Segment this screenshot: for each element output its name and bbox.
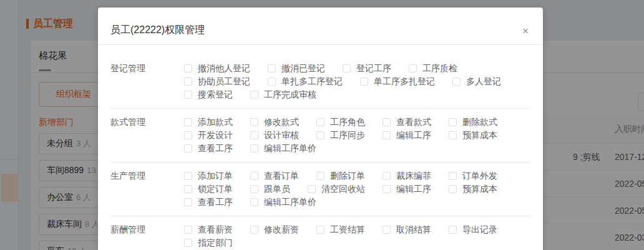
checkbox-icon[interactable] <box>383 185 391 193</box>
permission-checkbox-item[interactable]: 添加订单 <box>184 171 233 182</box>
permission-checkbox-item[interactable]: 查看薪资 <box>184 224 233 236</box>
permission-checkbox-item[interactable]: 单工序多扎登记 <box>360 76 435 88</box>
checkbox-icon[interactable] <box>250 131 258 139</box>
permission-checkbox-item[interactable]: 开发设计 <box>184 130 233 141</box>
permission-checkbox-item[interactable]: 清空回收站 <box>308 184 365 195</box>
permission-checkbox-item[interactable]: 工序同步 <box>316 130 365 141</box>
permission-checkbox-item[interactable]: 锁定订单 <box>184 184 233 195</box>
permission-checkbox-item[interactable]: 撤消已登记 <box>268 63 325 74</box>
permission-label: 跟单员 <box>264 184 290 195</box>
checkbox-icon[interactable] <box>184 144 192 152</box>
permission-label: 搜索登记 <box>198 89 233 101</box>
checkbox-icon[interactable] <box>449 118 457 126</box>
permission-checkbox-item[interactable]: 单扎多工序登记 <box>268 76 343 88</box>
checkbox-icon[interactable] <box>449 172 457 180</box>
checkbox-icon[interactable] <box>250 185 258 193</box>
checkbox-icon[interactable] <box>184 185 192 193</box>
checkbox-icon[interactable] <box>250 198 258 206</box>
checkbox-icon[interactable] <box>383 131 391 139</box>
permission-checkbox-item[interactable]: 协助员工登记 <box>184 76 250 88</box>
permission-label: 清空回收站 <box>321 184 365 195</box>
permission-checkbox-item[interactable]: 编辑工序单价 <box>250 197 316 208</box>
checkbox-icon[interactable] <box>383 118 391 126</box>
permission-checkbox-item[interactable]: 修改款式 <box>250 117 299 128</box>
permission-checkbox-item[interactable]: 撤消他人登记 <box>184 63 250 74</box>
permission-lines: 添加款式修改款式工序角色查看款式删除款式开发设计设计审核工序同步编辑工序预算成本… <box>184 116 530 155</box>
checkbox-icon[interactable] <box>316 226 324 234</box>
permission-checkbox-item[interactable]: 编辑工序 <box>383 184 431 195</box>
checkbox-icon[interactable] <box>383 226 391 234</box>
permission-checkbox-item[interactable]: 工序角色 <box>316 117 365 128</box>
checkbox-icon[interactable] <box>449 131 457 139</box>
permission-label: 撤消已登记 <box>281 63 325 74</box>
permission-checkbox-item[interactable]: 导出记录 <box>449 224 497 236</box>
permission-label: 订单外发 <box>462 171 497 182</box>
permission-lines: 撤消他人登记撤消已登记登记工序工序质检协助员工登记单扎多工序登记单工序多扎登记多… <box>184 62 530 101</box>
checkbox-icon[interactable] <box>452 78 461 86</box>
checkbox-icon[interactable] <box>316 118 324 126</box>
permission-group-label: 生产管理 <box>110 169 184 209</box>
checkbox-icon[interactable] <box>268 64 276 72</box>
permission-line: 添加订单查看订单删除订单裁床编菲订单外发 <box>184 169 530 182</box>
permission-checkbox-item[interactable]: 查看工序 <box>184 197 233 208</box>
checkbox-icon[interactable] <box>250 118 258 126</box>
permission-checkbox-item[interactable]: 查看款式 <box>383 117 431 128</box>
checkbox-icon[interactable] <box>250 172 258 180</box>
permission-checkbox-item[interactable]: 查看工序 <box>184 143 233 154</box>
permission-checkbox-item[interactable]: 搜索登记 <box>184 89 233 101</box>
checkbox-icon[interactable] <box>360 78 368 86</box>
permission-checkbox-item[interactable]: 查看订单 <box>250 171 299 182</box>
permission-checkbox-item[interactable]: 编辑工序 <box>383 130 431 141</box>
screen: 员工管理 棉花果 组织框架 新增部门 未分组3 人车间889913 人办公室6 … <box>0 0 644 250</box>
checkbox-icon[interactable] <box>184 131 192 139</box>
checkbox-icon[interactable] <box>184 172 192 180</box>
checkbox-icon[interactable] <box>184 118 192 126</box>
checkbox-icon[interactable] <box>409 64 417 72</box>
checkbox-icon[interactable] <box>250 91 258 99</box>
permission-checkbox-item[interactable]: 裁床编菲 <box>383 171 431 182</box>
close-icon[interactable]: × <box>519 25 532 38</box>
checkbox-icon[interactable] <box>250 226 258 234</box>
permission-checkbox-item[interactable]: 设计审核 <box>250 130 299 141</box>
permission-checkbox-item[interactable]: 修改薪资 <box>250 224 299 236</box>
permission-checkbox-item[interactable]: 跟单员 <box>250 184 290 195</box>
permission-checkbox-item[interactable]: 工序完成审核 <box>250 89 316 101</box>
permission-checkbox-item[interactable]: 登记工序 <box>343 63 391 74</box>
checkbox-icon[interactable] <box>449 226 457 234</box>
checkbox-icon[interactable] <box>184 239 192 247</box>
permission-label: 撤消他人登记 <box>198 63 250 74</box>
permission-checkbox-item[interactable]: 订单外发 <box>449 171 497 182</box>
permission-checkbox-item[interactable]: 取消结算 <box>383 224 431 236</box>
permission-lines: 添加订单查看订单删除订单裁床编菲订单外发锁定订单跟单员清空回收站编辑工序预算成本… <box>184 169 530 209</box>
checkbox-icon[interactable] <box>449 185 457 193</box>
checkbox-icon[interactable] <box>383 172 391 180</box>
checkbox-icon[interactable] <box>184 91 192 99</box>
permission-checkbox-item[interactable]: 删除订单 <box>316 171 365 182</box>
permission-checkbox-item[interactable]: 预算成本 <box>449 184 497 195</box>
checkbox-icon[interactable] <box>343 64 351 72</box>
permission-checkbox-item[interactable]: 多人登记 <box>452 76 501 88</box>
permission-checkbox-item[interactable]: 编辑工序单价 <box>250 143 316 154</box>
checkbox-icon[interactable] <box>184 64 192 72</box>
permission-label: 预算成本 <box>462 130 497 141</box>
permission-line: 查看工序编辑工序单价 <box>184 196 530 209</box>
permission-label: 裁床编菲 <box>396 171 431 182</box>
checkbox-icon[interactable] <box>184 226 192 234</box>
checkbox-icon[interactable] <box>184 78 192 86</box>
permission-label: 查看工序 <box>198 197 233 208</box>
permission-checkbox-item[interactable]: 工序质检 <box>409 63 457 74</box>
permission-checkbox-item[interactable]: 工资结算 <box>316 224 365 236</box>
checkbox-icon[interactable] <box>184 198 192 206</box>
permission-checkbox-item[interactable]: 指定部门 <box>184 238 233 249</box>
permission-checkbox-item[interactable]: 添加款式 <box>184 117 233 128</box>
permission-checkbox-item[interactable]: 预算成本 <box>449 130 497 141</box>
permission-label: 设计审核 <box>264 130 299 141</box>
permission-label: 开发设计 <box>198 130 233 141</box>
checkbox-icon[interactable] <box>250 144 258 152</box>
checkbox-icon[interactable] <box>268 78 276 86</box>
checkbox-icon[interactable] <box>316 131 324 139</box>
checkbox-icon[interactable] <box>308 185 316 193</box>
permission-label: 查看薪资 <box>198 224 233 236</box>
permission-checkbox-item[interactable]: 删除款式 <box>449 117 497 128</box>
checkbox-icon[interactable] <box>316 172 324 180</box>
